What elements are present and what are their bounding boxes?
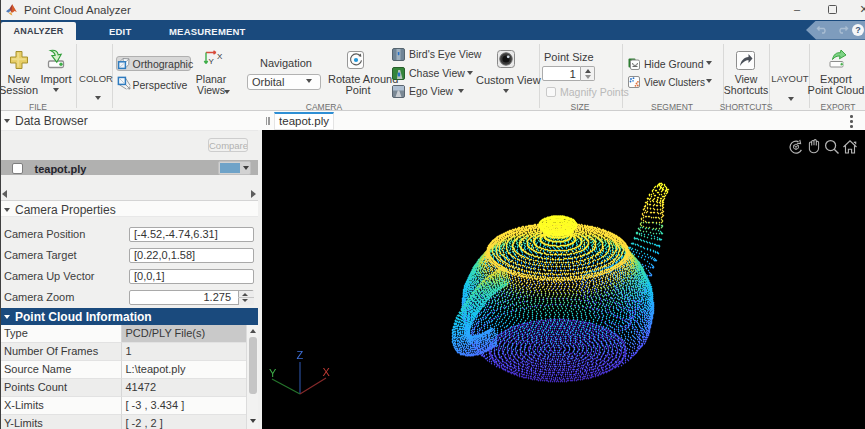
svg-text:X: X	[323, 366, 331, 378]
svg-text:X: X	[217, 52, 223, 61]
svg-text:Y: Y	[269, 367, 277, 379]
svg-text:Z: Z	[297, 349, 304, 361]
svg-text:Y: Y	[209, 57, 215, 66]
